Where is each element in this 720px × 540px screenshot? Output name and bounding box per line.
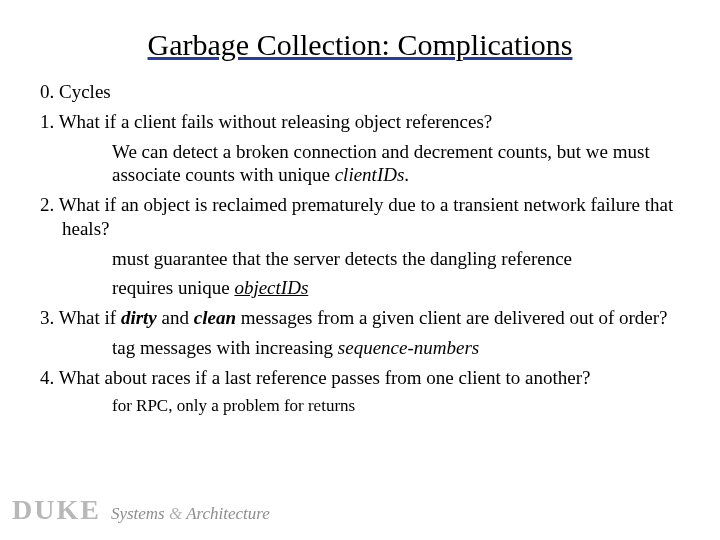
- item-2: 2. What if an object is reclaimed premat…: [40, 193, 680, 241]
- text: .: [404, 164, 409, 185]
- item-4-sub: for RPC, only a problem for returns: [112, 395, 680, 416]
- footer-tagline: Systems & Architecture: [111, 504, 270, 524]
- item-3-sub: tag messages with increasing sequence-nu…: [112, 336, 680, 360]
- footer-duke-logo: DUKE: [12, 494, 101, 526]
- slide-title: Garbage Collection: Complications: [40, 28, 680, 62]
- item-2-sub-1: must guarantee that the server detects t…: [112, 247, 680, 271]
- item-2-sub-2: requires unique objectIDs: [112, 276, 680, 300]
- slide: Garbage Collection: Complications 0. Cyc…: [0, 0, 720, 540]
- emphasis-sequence-numbers: sequence-numbers: [338, 337, 479, 358]
- item-1: 1. What if a client fails without releas…: [40, 110, 680, 134]
- footer: DUKE Systems & Architecture: [12, 494, 270, 526]
- emphasis-objectids: objectIDs: [234, 277, 308, 298]
- item-4: 4. What about races if a last reference …: [40, 366, 680, 390]
- text: tag messages with increasing: [112, 337, 338, 358]
- item-0: 0. Cycles: [40, 80, 680, 104]
- footer-architecture: Architecture: [186, 504, 270, 523]
- text: messages from a given client are deliver…: [236, 307, 668, 328]
- item-1-sub: We can detect a broken connection and de…: [112, 140, 680, 188]
- footer-systems: Systems: [111, 504, 165, 523]
- text: requires unique: [112, 277, 234, 298]
- footer-ampersand: &: [169, 504, 182, 523]
- text: and: [157, 307, 194, 328]
- item-3: 3. What if dirty and clean messages from…: [40, 306, 680, 330]
- emphasis-clean: clean: [194, 307, 236, 328]
- slide-body: 0. Cycles 1. What if a client fails with…: [40, 80, 680, 417]
- text: 3. What if: [40, 307, 121, 328]
- emphasis-clientids: clientIDs: [335, 164, 405, 185]
- emphasis-dirty: dirty: [121, 307, 157, 328]
